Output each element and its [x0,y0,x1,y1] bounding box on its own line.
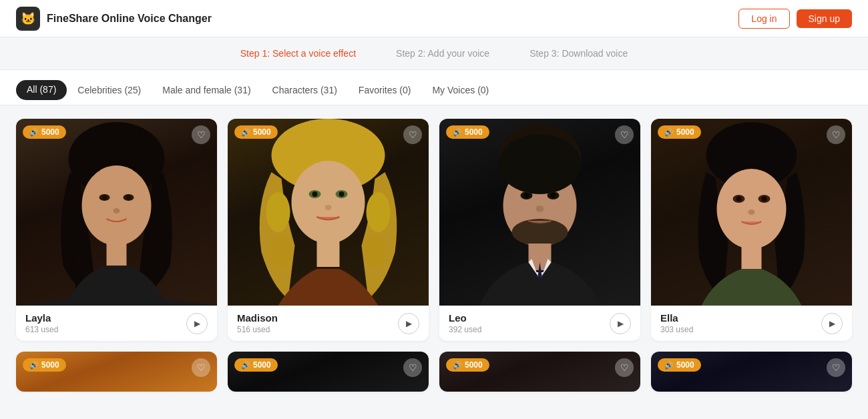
badge-coin-icon-row2-4: 🔊 [664,361,674,370]
card-used-layla: 613 used [25,325,58,334]
card-play-layla[interactable]: ▶ [186,313,208,334]
card-play-ella[interactable]: ▶ [821,313,843,334]
svg-point-29 [536,205,544,212]
card-row2-2[interactable]: 🔊 5000 ♡ [228,352,429,392]
svg-point-35 [736,196,742,201]
card-image-layla: 🔊 5000 ♡ [16,119,217,306]
step-2[interactable]: Step 2: Add your voice [396,48,489,59]
card-heart-row2-1[interactable]: ♡ [192,358,210,377]
card-heart-leo[interactable]: ♡ [615,125,634,144]
svg-point-11 [367,192,391,232]
card-image-row2-2: 🔊 5000 ♡ [228,352,429,392]
card-info-layla: Layla 613 used ▶ [16,306,217,341]
card-play-leo[interactable]: ▶ [610,313,631,334]
card-leo[interactable]: 🔊 5000 ♡ Leo 392 used ▶ [439,119,640,341]
badge-value-row2-2: 5000 [253,360,271,370]
svg-point-2 [82,165,152,246]
card-info-ella: Ella 303 used ▶ [651,306,852,341]
header-buttons: Log in Sign up [738,9,852,29]
cards-grid-row1: 🔊 5000 ♡ Layla 613 used ▶ [16,119,852,341]
header-left: 🐱 FineShare Online Voice Changer [16,7,212,31]
tab-male-female[interactable]: Male and female (31) [152,79,261,105]
badge-coin-icon-madison: 🔊 [241,128,250,137]
svg-rect-20 [317,240,340,267]
card-name-layla: Layla [25,312,58,324]
card-badge-madison: 🔊 5000 [234,125,278,139]
card-info-madison: Madison 516 used ▶ [228,306,429,341]
card-badge-ella: 🔊 5000 [658,125,701,139]
signup-button[interactable]: Sign up [797,9,852,28]
step-1[interactable]: Step 1: Select a voice effect [240,48,356,59]
badge-coin-icon: 🔊 [29,128,39,137]
card-heart-row2-3[interactable]: ♡ [615,358,634,377]
main-content: 🔊 5000 ♡ Layla 613 used ▶ [0,105,868,416]
card-badge-row2-2: 🔊 5000 [234,358,278,372]
card-used-ella: 303 used [660,325,693,334]
card-heart-layla[interactable]: ♡ [192,125,210,144]
card-row2-4[interactable]: 🔊 5000 ♡ [651,352,852,392]
card-row2-1[interactable]: 🔊 5000 ♡ [16,352,217,392]
svg-point-17 [312,191,318,197]
card-play-madison[interactable]: ▶ [398,313,419,334]
card-heart-row2-4[interactable]: ♡ [827,358,845,377]
card-used-leo: 392 used [449,325,481,334]
svg-point-36 [762,196,767,201]
svg-rect-38 [742,246,762,272]
svg-point-10 [266,192,290,232]
svg-point-14 [292,161,365,244]
card-badge-leo: 🔊 5000 [446,125,489,139]
card-text-leo: Leo 392 used [449,312,481,334]
card-ella[interactable]: 🔊 5000 ♡ Ella 303 used ▶ [651,119,852,341]
card-image-ella: 🔊 5000 ♡ [651,119,852,306]
tab-celebrities[interactable]: Celebrities (25) [67,79,152,105]
badge-coin-icon-row2-3: 🔊 [453,361,462,370]
card-heart-madison[interactable]: ♡ [403,125,422,144]
card-heart-ella[interactable]: ♡ [827,125,845,144]
card-madison[interactable]: 🔊 5000 ♡ Madison 516 used ▶ [228,119,429,341]
app-logo: 🐱 [16,7,40,31]
card-badge-layla: 🔊 5000 [23,125,66,139]
badge-value-ella: 5000 [676,127,694,137]
steps-bar: Step 1: Select a voice effect Step 2: Ad… [0,37,868,70]
svg-point-12 [272,236,292,269]
badge-coin-icon-ella: 🔊 [664,128,674,137]
card-heart-row2-2[interactable]: ♡ [403,358,422,377]
login-button[interactable]: Log in [738,9,789,29]
card-name-madison: Madison [237,312,278,324]
svg-point-7 [114,208,120,214]
app-title: FineShare Online Voice Changer [47,13,212,25]
svg-point-6 [126,195,132,200]
badge-value-row2-4: 5000 [676,360,694,370]
card-layla[interactable]: 🔊 5000 ♡ Layla 613 used ▶ [16,119,217,341]
badge-value-madison: 5000 [253,127,271,137]
card-image-leo: 🔊 5000 ♡ [439,119,640,306]
svg-point-23 [499,134,582,194]
card-text-ella: Ella 303 used [660,312,693,334]
badge-coin-icon-row2-2: 🔊 [241,361,250,370]
card-text-layla: Layla 613 used [25,312,58,334]
tab-characters[interactable]: Characters (31) [262,79,348,105]
card-text-madison: Madison 516 used [237,312,278,334]
card-row2-3[interactable]: 🔊 5000 ♡ [439,352,640,392]
svg-point-13 [365,236,385,269]
badge-value-row2-3: 5000 [465,360,483,370]
svg-point-32 [717,169,787,249]
tab-favorites[interactable]: Favorites (0) [348,79,422,105]
svg-point-26 [524,193,529,198]
tabs-bar: All (87) Celebrities (25) Male and femal… [0,70,868,105]
step-3[interactable]: Step 3: Download voice [529,48,628,59]
logo-emoji: 🐱 [21,11,35,26]
card-name-ella: Ella [660,312,693,324]
svg-point-27 [551,193,556,198]
tab-all[interactable]: All (87) [16,80,67,100]
svg-point-18 [339,191,345,197]
svg-point-5 [102,195,107,200]
badge-coin-icon-row2-1: 🔊 [29,361,39,370]
card-info-leo: Leo 392 used ▶ [439,306,640,341]
svg-rect-8 [107,242,127,269]
header: 🐱 FineShare Online Voice Changer Log in … [0,0,868,37]
card-image-row2-1: 🔊 5000 ♡ [16,352,217,392]
tab-my-voices[interactable]: My Voices (0) [421,79,499,105]
cards-grid-row2: 🔊 5000 ♡ 🔊 5000 ♡ 🔊 5000 ♡ [16,352,852,392]
card-image-row2-3: 🔊 5000 ♡ [439,352,640,392]
